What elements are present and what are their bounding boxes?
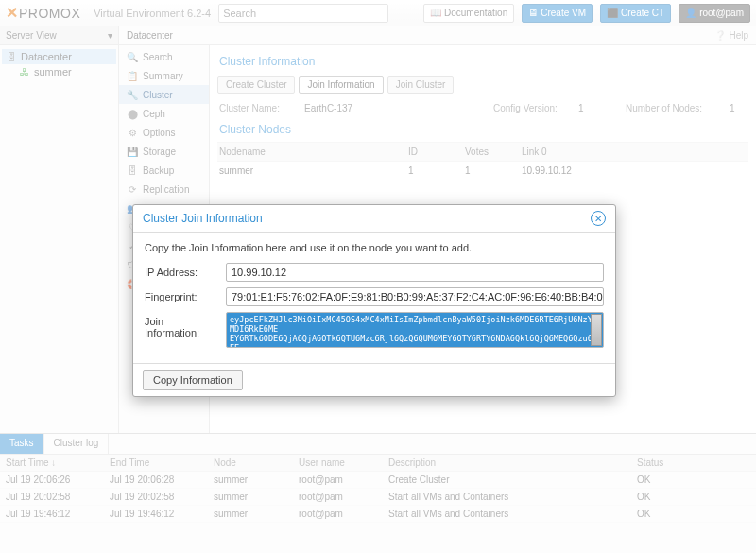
search-icon: 🔍 bbox=[127, 51, 138, 62]
fingerprint-label: Fingerprint: bbox=[145, 287, 220, 302]
ip-input[interactable]: 10.99.10.12 bbox=[226, 263, 604, 282]
log-row[interactable]: Jul 19 20:06:26Jul 19 20:06:28summerroot… bbox=[0, 472, 756, 489]
help-icon: ❔ bbox=[714, 30, 726, 41]
logo-x-icon: ✕ bbox=[6, 4, 18, 22]
join-info-button[interactable]: Join Information bbox=[299, 76, 383, 94]
cluster-nodes-title: Cluster Nodes bbox=[217, 117, 748, 142]
submenu-item-summary[interactable]: 📋Summary bbox=[119, 66, 209, 85]
view-selector[interactable]: Server View▾ bbox=[0, 26, 118, 45]
modal-header: Cluster Join Information ✕ bbox=[133, 205, 615, 233]
ip-label: IP Address: bbox=[145, 263, 220, 278]
topbar: ✕ PROMOX Virtual Environment 6.2-4 📖Docu… bbox=[0, 0, 756, 26]
ceph-icon: ⬤ bbox=[127, 108, 138, 119]
tree-node[interactable]: 🖧summer bbox=[2, 64, 116, 79]
join-info-modal: Cluster Join Information ✕ Copy the Join… bbox=[132, 204, 616, 397]
cluster-summary-row: Cluster Name: EarthC-137 Config Version:… bbox=[217, 99, 748, 117]
left-nav: Server View▾ 🗄Datacenter 🖧summer bbox=[0, 26, 119, 433]
create-vm-button[interactable]: 🖥Create VM bbox=[522, 4, 593, 23]
breadcrumb-path: Datacenter bbox=[127, 30, 173, 41]
server-icon: 🗄 bbox=[6, 51, 17, 62]
breadcrumb: Datacenter ❔Help bbox=[119, 26, 756, 45]
monitor-icon: 🖥 bbox=[528, 8, 538, 18]
search-input[interactable] bbox=[218, 4, 388, 23]
summary-icon: 📋 bbox=[127, 70, 138, 81]
nodes-table-row[interactable]: summer 1 1 10.99.10.12 bbox=[217, 162, 748, 180]
log-row[interactable]: Jul 19 20:02:58Jul 19 20:02:58summerroot… bbox=[0, 489, 756, 506]
submenu-item-backup[interactable]: 🗄Backup bbox=[119, 161, 209, 180]
node-icon: 🖧 bbox=[19, 66, 30, 78]
book-icon: 📖 bbox=[430, 8, 441, 18]
user-menu-button[interactable]: 👤root@pam bbox=[679, 4, 750, 23]
fingerprint-input[interactable]: 79:01:E1:F5:76:02:FA:0F:E9:81:B0:B0:99:A… bbox=[226, 287, 604, 306]
join-info-label: Join Information: bbox=[145, 312, 220, 338]
submenu-item-options[interactable]: ⚙Options bbox=[119, 123, 209, 142]
backup-icon: 🗄 bbox=[127, 164, 138, 176]
log-header: Start Time ↓ End Time Node User name Des… bbox=[0, 455, 756, 472]
submenu-item-search[interactable]: 🔍Search bbox=[119, 47, 209, 66]
product-label: Virtual Environment 6.2-4 bbox=[94, 8, 211, 19]
user-icon: 👤 bbox=[685, 8, 696, 18]
modal-title: Cluster Join Information bbox=[143, 212, 263, 225]
resource-tree: 🗄Datacenter 🖧summer bbox=[0, 45, 118, 83]
logo: ✕ PROMOX bbox=[6, 4, 80, 22]
modal-message: Copy the Join Information here and use i… bbox=[145, 242, 604, 253]
ip-field-row: IP Address: 10.99.10.12 bbox=[145, 263, 604, 282]
cluster-info-title: Cluster Information bbox=[217, 49, 748, 74]
create-ct-button[interactable]: ⬛Create CT bbox=[600, 4, 671, 23]
tab-tasks[interactable]: Tasks bbox=[0, 434, 44, 454]
config-version-value: 1 bbox=[578, 103, 626, 113]
log-panel: Tasks Cluster log Start Time ↓ End Time … bbox=[0, 433, 756, 552]
submenu-item-replication[interactable]: ⟳Replication bbox=[119, 180, 209, 199]
submenu-item-storage[interactable]: 💾Storage bbox=[119, 142, 209, 161]
log-row[interactable]: Jul 19 19:46:12Jul 19 19:46:12summerroot… bbox=[0, 506, 756, 523]
log-rows: Jul 19 20:06:26Jul 19 20:06:28summerroot… bbox=[0, 472, 756, 523]
node-count-value: 1 bbox=[730, 103, 735, 113]
cluster-toolbar: Create Cluster Join Information Join Clu… bbox=[217, 76, 748, 94]
modal-body: Copy the Join Information here and use i… bbox=[133, 233, 615, 363]
brand-suffix: MOX bbox=[49, 6, 80, 21]
submenu-item-cluster[interactable]: 🔧Cluster bbox=[119, 85, 209, 104]
docs-button[interactable]: 📖Documentation bbox=[423, 4, 514, 23]
copy-info-button[interactable]: Copy Information bbox=[143, 370, 243, 390]
log-tabs: Tasks Cluster log bbox=[0, 434, 756, 455]
options-icon: ⚙ bbox=[127, 127, 138, 138]
help-button[interactable]: ❔Help bbox=[714, 30, 748, 41]
cluster-icon: 🔧 bbox=[127, 89, 138, 100]
modal-footer: Copy Information bbox=[133, 363, 615, 396]
storage-icon: 💾 bbox=[127, 146, 138, 157]
fingerprint-field-row: Fingerprint: 79:01:E1:F5:76:02:FA:0F:E9:… bbox=[145, 287, 604, 306]
nodes-table-header: Nodename ID Votes Link 0 bbox=[217, 142, 748, 162]
chevron-down-icon: ▾ bbox=[108, 30, 112, 41]
cluster-name-value: EarthC-137 bbox=[304, 103, 493, 113]
replication-icon: ⟳ bbox=[127, 183, 138, 195]
cube-icon: ⬛ bbox=[607, 8, 618, 18]
submenu-item-ceph[interactable]: ⬤Ceph bbox=[119, 104, 209, 123]
brand-prefix: PRO bbox=[19, 6, 49, 21]
tree-datacenter[interactable]: 🗄Datacenter bbox=[2, 49, 116, 64]
join-cluster-button[interactable]: Join Cluster bbox=[387, 76, 455, 94]
create-cluster-button[interactable]: Create Cluster bbox=[217, 76, 295, 94]
close-icon[interactable]: ✕ bbox=[591, 211, 606, 226]
tab-cluster-log[interactable]: Cluster log bbox=[44, 434, 110, 454]
join-info-textarea[interactable]: eyJpcEFkZHJlc3MiOiIxMC45OS4xMC4xMiIsImZp… bbox=[226, 312, 604, 348]
join-info-field-row: Join Information: eyJpcEFkZHJlc3MiOiIxMC… bbox=[145, 312, 604, 348]
